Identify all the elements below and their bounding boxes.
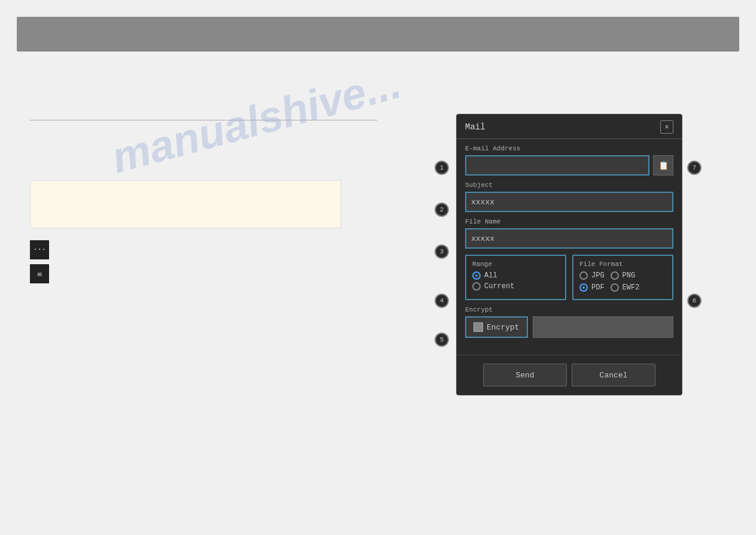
- subject-input[interactable]: [465, 192, 673, 212]
- contact-book-icon: 📋: [658, 161, 669, 170]
- encrypt-button-label: Encrypt: [487, 323, 520, 332]
- close-button[interactable]: ×: [660, 120, 673, 134]
- filename-label: File Name: [465, 218, 673, 225]
- format-png-row[interactable]: PNG: [611, 271, 636, 280]
- subject-label: Subject: [465, 182, 673, 189]
- fileformat-group: File Format JPG PNG PDF: [572, 255, 673, 300]
- format-jpg-radio[interactable]: [579, 271, 588, 280]
- step-3: 3: [435, 244, 449, 259]
- format-ewf2-row[interactable]: EWF2: [611, 283, 640, 292]
- encrypt-row: Encrypt: [465, 316, 673, 338]
- email-label: E-mail Address: [465, 145, 673, 152]
- range-current-row[interactable]: Current: [472, 282, 559, 291]
- cream-content-box: [30, 180, 341, 228]
- encrypt-password-input[interactable]: [533, 316, 673, 338]
- dialog-title-bar: Mail ×: [457, 114, 682, 139]
- encrypt-toggle-button[interactable]: Encrypt: [465, 316, 528, 338]
- header-bar: [17, 17, 739, 52]
- contact-book-button[interactable]: 📋: [653, 155, 673, 176]
- divider-line: [30, 120, 377, 120]
- range-current-label: Current: [484, 282, 514, 291]
- format-ewf2-label: EWF2: [623, 283, 640, 292]
- format-png-label: PNG: [623, 271, 636, 280]
- options-row: Range All Current File Format JPG: [465, 255, 673, 300]
- format-ewf2-radio[interactable]: [611, 283, 619, 292]
- mail-icon[interactable]: ✉: [30, 264, 49, 283]
- encrypt-label: Encrypt: [465, 306, 673, 313]
- range-all-row[interactable]: All: [472, 271, 559, 280]
- cancel-button[interactable]: Cancel: [572, 364, 655, 386]
- mail-dialog: Mail × E-mail Address 📋 Subject File Nam…: [456, 114, 682, 395]
- range-group: Range All Current: [465, 255, 566, 300]
- step-2: 2: [435, 202, 449, 217]
- filename-input[interactable]: [465, 228, 673, 249]
- more-options-icon[interactable]: ···: [30, 240, 49, 259]
- encrypt-section: Encrypt Encrypt: [465, 306, 673, 338]
- format-jpg-row[interactable]: JPG: [579, 271, 605, 280]
- range-label: Range: [472, 261, 559, 268]
- send-button[interactable]: Send: [483, 364, 567, 386]
- step-4: 4: [435, 294, 449, 308]
- range-all-label: All: [484, 271, 497, 280]
- step-7: 7: [687, 161, 702, 175]
- format-pdf-radio[interactable]: [579, 283, 588, 292]
- encrypt-toggle-square: [473, 322, 483, 332]
- dialog-title: Mail: [465, 122, 485, 132]
- step-1: 1: [435, 161, 449, 175]
- step-6: 6: [687, 294, 702, 308]
- range-current-radio[interactable]: [472, 282, 481, 291]
- dialog-footer: Send Cancel: [457, 355, 682, 395]
- format-pdf-label: PDF: [591, 283, 605, 292]
- fileformat-label: File Format: [579, 261, 666, 268]
- content-area: ··· ✉: [30, 72, 377, 283]
- step-5: 5: [435, 333, 449, 347]
- email-field-row: 📋: [465, 155, 673, 176]
- format-png-radio[interactable]: [611, 271, 619, 280]
- format-pdf-row[interactable]: PDF: [579, 283, 605, 292]
- format-jpg-label: JPG: [591, 271, 605, 280]
- dialog-body: E-mail Address 📋 Subject File Name Range…: [457, 139, 682, 355]
- range-all-radio[interactable]: [472, 271, 481, 280]
- email-input[interactable]: [465, 155, 649, 176]
